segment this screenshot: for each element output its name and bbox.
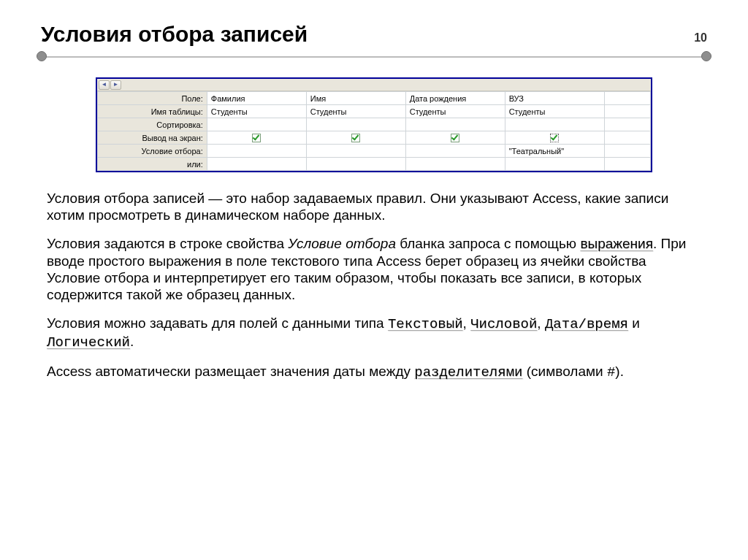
cell-show-0[interactable]	[207, 131, 306, 145]
cell-or-1[interactable]	[306, 158, 405, 171]
cell-or-3[interactable]	[505, 158, 604, 171]
cell-show-4[interactable]	[604, 131, 650, 145]
cell-criteria-1[interactable]	[306, 145, 405, 158]
cell-or-4[interactable]	[604, 158, 650, 171]
row-label-or: или:	[98, 158, 207, 171]
cell-or-0[interactable]	[207, 158, 306, 171]
cell-table-3[interactable]: Студенты	[505, 105, 604, 118]
cell-sort-0[interactable]	[207, 118, 306, 131]
page-number: 10	[694, 31, 707, 45]
cell-criteria-0[interactable]	[207, 145, 306, 158]
cell-field-3[interactable]: ВУЗ	[505, 92, 604, 105]
cell-field-1[interactable]: Имя	[306, 92, 405, 105]
body-content: Условия отбора записей — это набор задав…	[47, 190, 701, 382]
paragraph-2: Условия задаются в строке свойства Услов…	[47, 235, 701, 303]
cell-criteria-3[interactable]: "Театральный"	[505, 145, 604, 158]
cell-sort-3[interactable]	[505, 118, 604, 131]
grid-row-show: Вывод на экран:	[98, 131, 651, 145]
row-label-table: Имя таблицы:	[98, 105, 207, 118]
page-title: Условия отбора записей	[41, 22, 308, 47]
paragraph-3: Условия можно задавать для полей с данны…	[47, 315, 701, 351]
cell-table-2[interactable]: Студенты	[405, 105, 505, 118]
cell-table-1[interactable]: Студенты	[306, 105, 405, 118]
scroll-right-icon[interactable]: ►	[110, 80, 121, 90]
row-label-field: Поле:	[98, 92, 207, 105]
cell-table-0[interactable]: Студенты	[207, 105, 306, 118]
grid-row-sort: Сортировка:	[98, 118, 651, 131]
cell-show-3[interactable]	[505, 131, 604, 145]
cell-sort-4[interactable]	[604, 118, 650, 131]
checkbox-icon[interactable]	[351, 134, 360, 142]
checkbox-icon[interactable]	[252, 134, 261, 142]
cell-table-4[interactable]	[604, 105, 650, 118]
query-grid-table: Поле: Фамилия Имя Дата рождения ВУЗ Имя …	[97, 91, 651, 171]
checkbox-icon[interactable]	[550, 134, 559, 142]
grid-row-field: Поле: Фамилия Имя Дата рождения ВУЗ	[98, 92, 651, 105]
grid-row-criteria: Условие отбора: "Театральный"	[98, 145, 651, 158]
cell-or-2[interactable]	[405, 158, 505, 171]
row-label-show: Вывод на экран:	[98, 131, 207, 145]
scroll-left-icon[interactable]: ◄	[99, 80, 110, 90]
cell-sort-1[interactable]	[306, 118, 405, 131]
grid-row-table: Имя таблицы: Студенты Студенты Студенты …	[98, 105, 651, 118]
checkbox-icon[interactable]	[451, 134, 459, 142]
cell-sort-2[interactable]	[405, 118, 505, 131]
cell-show-1[interactable]	[306, 131, 405, 145]
paragraph-1: Условия отбора записей — это набор задав…	[47, 190, 701, 223]
cell-criteria-2[interactable]	[405, 145, 505, 158]
cell-criteria-4[interactable]	[604, 145, 650, 158]
row-label-criteria: Условие отбора:	[98, 145, 207, 158]
row-label-sort: Сортировка:	[98, 118, 207, 131]
query-design-grid: ◄ ► Поле: Фамилия Имя Дата рождения ВУЗ …	[96, 77, 652, 172]
header-divider	[41, 51, 707, 63]
paragraph-4: Access автоматически размещает значения …	[47, 363, 701, 381]
cell-field-0[interactable]: Фамилия	[207, 92, 306, 105]
cell-field-4[interactable]	[604, 92, 650, 105]
grid-row-or: или:	[98, 158, 651, 171]
cell-show-2[interactable]	[405, 131, 505, 145]
cell-field-2[interactable]: Дата рождения	[405, 92, 505, 105]
horizontal-scrollbar[interactable]: ◄ ►	[97, 79, 651, 91]
